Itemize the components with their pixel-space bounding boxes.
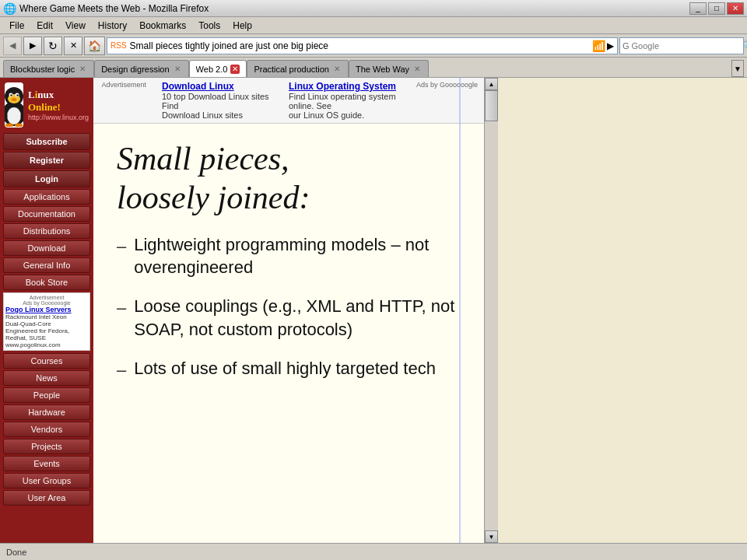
tab-close-practical[interactable]: ✕: [332, 65, 342, 74]
tab-blockbuster[interactable]: Blockbuster logic ✕: [3, 60, 94, 77]
linux-url: http://www.linux.org: [28, 114, 89, 121]
sidebar-download-button[interactable]: Download: [3, 240, 90, 256]
article-title: Small pieces,loosely joined:: [117, 139, 461, 218]
svg-point-8: [11, 98, 16, 101]
search-button[interactable]: 🔍: [739, 40, 747, 51]
sidebar-bookstore-button[interactable]: Book Store: [3, 275, 90, 290]
sidebar-projects-button[interactable]: Projects: [3, 439, 90, 454]
sidebar-subscribe-button[interactable]: Subscribe: [3, 133, 90, 150]
article-ad-col2-text: Find Linux operating system online. Seeo…: [289, 92, 400, 120]
tux-logo: [5, 84, 23, 127]
sidebar-events-button[interactable]: Events: [3, 456, 90, 471]
list-text-3: Lots of use of small highly targeted tec…: [134, 357, 436, 380]
list-item: – Loose couplings (e.g., XML and HTTP, n…: [117, 295, 461, 341]
address-bar: RSS 📶 ▶: [107, 37, 618, 54]
list-item: – Lots of use of small highly targeted t…: [117, 357, 461, 382]
status-bar: Done: [0, 543, 747, 560]
list-item: – Lightweight programming models – not o…: [117, 233, 461, 279]
title-bar: 🌐 Where Game Meets the Web - Mozilla Fir…: [0, 0, 747, 17]
sidebar-ad-link[interactable]: Pogo Linux Servers: [5, 306, 88, 313]
list-text-2: Loose couplings (e.g., XML and HTTP, not…: [134, 295, 461, 341]
sidebar-login-button[interactable]: Login: [3, 170, 90, 187]
sidebar-vendors-button[interactable]: Vendors: [3, 422, 90, 437]
right-background: [498, 78, 747, 543]
menu-tools[interactable]: Tools: [192, 19, 226, 33]
sidebar-hardware-button[interactable]: Hardware: [3, 404, 90, 420]
reload-button[interactable]: ↻: [44, 37, 62, 55]
minimize-button[interactable]: _: [689, 2, 707, 15]
menu-bookmarks[interactable]: Bookmarks: [133, 19, 192, 33]
scroll-up-button[interactable]: ▲: [485, 78, 498, 90]
sidebar-ad-box: Advertisement Ads by Goooooogle Pogo Lin…: [3, 292, 90, 351]
scroll-thumb[interactable]: [485, 90, 498, 121]
article-ad-col1-text: 10 top Download Linux sites FindDownload…: [162, 92, 273, 120]
article-ads-by: Ads by Goooooogle: [416, 81, 478, 89]
rss-icon: RSS: [110, 41, 127, 50]
sidebar-usergroups-button[interactable]: User Groups: [3, 473, 90, 488]
stop-button[interactable]: ✕: [64, 37, 82, 55]
back-button[interactable]: ◀: [3, 37, 22, 55]
list-text-1: Lightweight programming models – not ove…: [134, 233, 461, 279]
tab-web20[interactable]: Web 2.0 ✕: [189, 60, 247, 77]
article-ad-col1: Download Linux 10 top Download Linux sit…: [162, 81, 273, 120]
sidebar-documentation-button[interactable]: Documentation: [3, 206, 90, 222]
list-dash: –: [117, 359, 126, 382]
tab-close-design[interactable]: ✕: [173, 65, 182, 74]
menu-edit[interactable]: Edit: [30, 19, 59, 33]
google-icon: G: [620, 41, 632, 51]
sidebar-userarea-button[interactable]: User Area: [3, 490, 90, 506]
menu-view[interactable]: View: [59, 19, 92, 33]
tab-webway[interactable]: The Web Way ✕: [349, 60, 429, 77]
rss-feed-icon[interactable]: 📶: [592, 40, 605, 52]
list-dash: –: [117, 296, 126, 320]
close-button[interactable]: ✕: [727, 2, 744, 15]
list-dash: –: [117, 235, 126, 258]
browser-icon: 🌐: [3, 2, 16, 15]
tabs-bar: Blockbuster logic ✕ Design digression ✕ …: [0, 58, 747, 78]
linux-logo-box: [5, 82, 23, 128]
scroll-down-button[interactable]: ▼: [485, 530, 498, 543]
sidebar-applications-button[interactable]: Applications: [3, 189, 90, 205]
article-ad-col1-title[interactable]: Download Linux: [162, 81, 273, 92]
status-text: Done: [6, 548, 26, 557]
nav-bar: ◀ ▶ ↻ ✕ 🏠 RSS 📶 ▶ G 🔍: [0, 34, 747, 58]
tab-close-web20[interactable]: ✕: [230, 65, 240, 74]
article-body: Small pieces,loosely joined: – Lightweig…: [93, 124, 484, 412]
tab-practical[interactable]: Practical production ✕: [247, 60, 349, 77]
linux-text-box: Linux Online! http://www.linux.org: [28, 89, 89, 121]
sidebar-ad-label: Advertisement: [5, 295, 88, 300]
menu-bar: File Edit View History Bookmarks Tools H…: [0, 17, 747, 34]
sidebar-register-button[interactable]: Register: [3, 152, 90, 169]
scroll-track[interactable]: [485, 90, 498, 530]
window-title: Where Game Meets the Web - Mozilla Firef…: [19, 3, 689, 14]
sidebar-distributions-button[interactable]: Distributions: [3, 223, 90, 239]
menu-file[interactable]: File: [3, 19, 30, 33]
linux-logo-header: Linux Online! http://www.linux.org: [0, 78, 93, 132]
article-ad-banner: Advertisement Download Linux 10 top Down…: [93, 78, 484, 124]
go-button[interactable]: ▶: [607, 40, 614, 51]
tabs-scroll-button[interactable]: ▼: [731, 60, 744, 77]
article-ad-col2-title[interactable]: Linux Operating System: [289, 81, 400, 92]
svg-point-7: [16, 94, 18, 96]
article-list: – Lightweight programming models – not o…: [117, 233, 461, 381]
tab-close-blockbuster[interactable]: ✕: [78, 65, 87, 74]
sidebar-courses-button[interactable]: Courses: [3, 353, 90, 369]
search-input[interactable]: [632, 41, 739, 51]
sidebar-ad-text: Rackmount Intel XeonDual-Quad-CoreEngine…: [5, 313, 88, 348]
svg-point-1: [7, 107, 21, 124]
article-area: Advertisement Download Linux 10 top Down…: [93, 78, 484, 543]
article-ad-label: Advertisement: [100, 81, 146, 89]
sidebar-generalinfo-button[interactable]: General Info: [3, 257, 90, 273]
tab-close-webway[interactable]: ✕: [412, 65, 422, 74]
forward-button[interactable]: ▶: [23, 37, 42, 55]
address-input[interactable]: [130, 40, 589, 51]
maximize-button[interactable]: □: [708, 2, 725, 15]
tab-design[interactable]: Design digression ✕: [94, 60, 188, 77]
menu-help[interactable]: Help: [226, 19, 258, 33]
sidebar-people-button[interactable]: People: [3, 387, 90, 403]
scrollbar: ▲ ▼: [484, 78, 498, 543]
home-button[interactable]: 🏠: [84, 37, 105, 55]
sidebar-news-button[interactable]: News: [3, 370, 90, 386]
menu-history[interactable]: History: [92, 19, 133, 33]
svg-point-6: [10, 94, 12, 96]
